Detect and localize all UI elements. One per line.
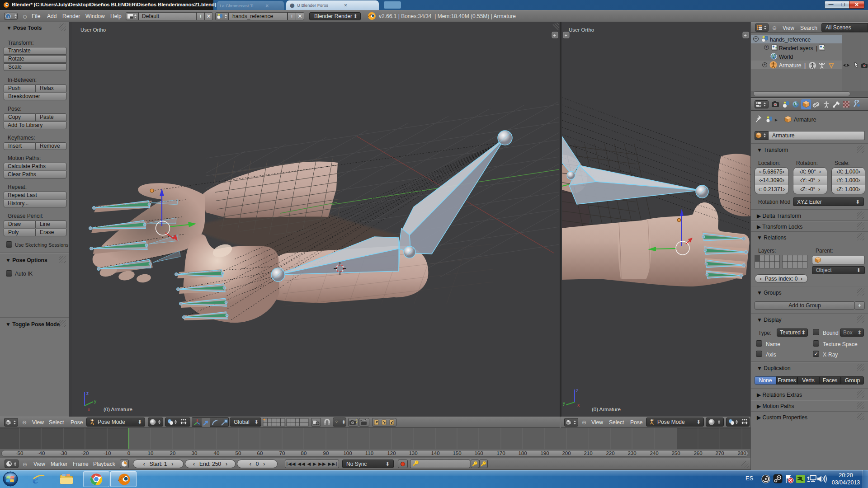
svg-text:(0) Armature: (0) Armature [104, 407, 132, 412]
svg-text:250: 250 [671, 450, 680, 456]
svg-text:200: 200 [562, 450, 571, 456]
svg-text:70: 70 [279, 450, 285, 456]
svg-text:-50: -50 [16, 450, 24, 456]
svg-text:160: 160 [474, 450, 483, 456]
svg-text:140: 140 [431, 450, 439, 456]
svg-text:170: 170 [496, 450, 505, 456]
svg-text:150: 150 [453, 450, 461, 456]
svg-text:+: + [744, 33, 747, 38]
svg-text:270: 270 [715, 450, 724, 456]
svg-text:User Ortho: User Ortho [569, 27, 594, 33]
svg-text:y: y [94, 399, 96, 404]
svg-text:20: 20 [170, 450, 176, 456]
svg-text:0: 0 [127, 450, 130, 456]
svg-text:120: 120 [387, 450, 396, 456]
svg-text:-40: -40 [38, 450, 45, 456]
svg-text:240: 240 [650, 450, 658, 456]
svg-text:130: 130 [409, 450, 417, 456]
svg-text:+: + [553, 33, 556, 38]
svg-text:z: z [576, 388, 578, 393]
svg-text:30: 30 [192, 450, 198, 456]
svg-text:260: 260 [693, 450, 702, 456]
svg-text:90: 90 [323, 450, 329, 456]
svg-text:210: 210 [584, 450, 592, 456]
svg-text:230: 230 [627, 450, 636, 456]
svg-text:-20: -20 [81, 450, 89, 456]
svg-text:User Ortho: User Ortho [80, 27, 106, 33]
svg-text:180: 180 [518, 450, 527, 456]
svg-text:110: 110 [365, 450, 373, 456]
svg-text:100: 100 [343, 450, 352, 456]
svg-text:x: x [88, 407, 90, 412]
svg-text:(0) Armature: (0) Armature [592, 407, 621, 412]
svg-text:280: 280 [737, 450, 746, 456]
svg-text:10: 10 [148, 450, 154, 456]
svg-text:50: 50 [236, 450, 241, 456]
svg-text:e: e [33, 472, 38, 486]
svg-text:60: 60 [257, 450, 263, 456]
svg-text:z: z [86, 391, 89, 396]
svg-text:+: + [565, 33, 567, 38]
svg-text:y: y [563, 401, 565, 406]
svg-text:-30: -30 [60, 450, 67, 456]
svg-text:80: 80 [301, 450, 307, 456]
svg-text:x: x [577, 403, 580, 408]
svg-text:40: 40 [214, 450, 220, 456]
svg-text:190: 190 [540, 450, 549, 456]
svg-text:220: 220 [606, 450, 614, 456]
svg-text:-10: -10 [104, 450, 111, 456]
